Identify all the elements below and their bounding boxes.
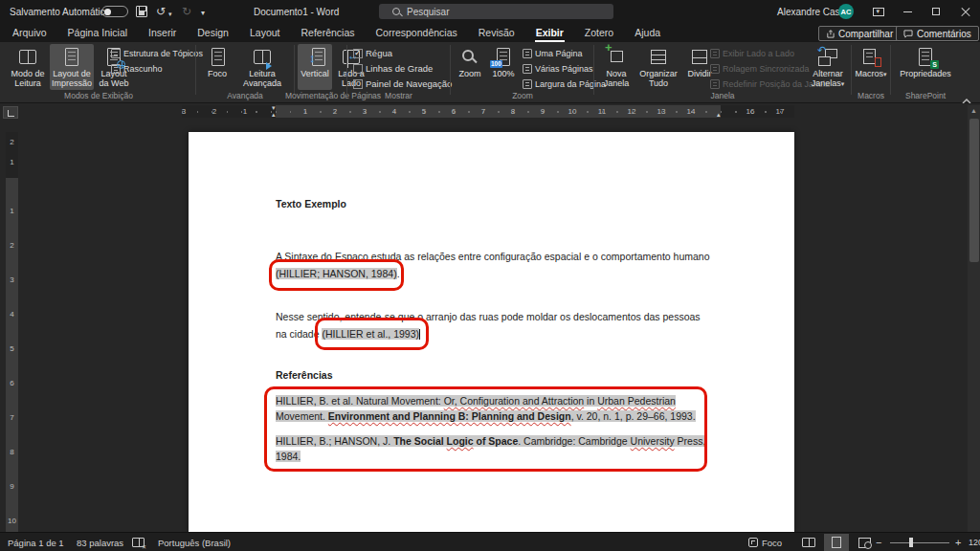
tab-inserir[interactable]: Inserir: [147, 24, 177, 41]
restore-button[interactable]: [922, 0, 950, 23]
page-indicator[interactable]: Página 1 de 1: [8, 533, 64, 551]
tab-arquivo[interactable]: Arquivo: [11, 24, 48, 41]
zoom-out-button[interactable]: −: [876, 533, 881, 551]
switch-windows-icon: [818, 47, 837, 68]
ruler-number: 1: [10, 158, 13, 166]
redo-icon: ↻: [182, 6, 191, 17]
doc-heading: Texto Exemplo: [276, 197, 346, 210]
vertical-scrollbar[interactable]: ▲: [968, 105, 980, 532]
quick-access-menu-icon[interactable]: ▾: [201, 8, 205, 19]
regua-checkbox[interactable]: Régua: [353, 48, 452, 58]
ruler-number: 13: [657, 107, 666, 116]
estrutura-de-topicos-button[interactable]: Estrutura de Tópicos: [111, 48, 203, 58]
ribbon-tabs: Arquivo Página Inicial Inserir Design La…: [0, 23, 980, 42]
zoom-slider-thumb[interactable]: [909, 538, 913, 547]
macros-button[interactable]: Macros: [855, 44, 887, 90]
ruler-number: 7: [481, 107, 485, 116]
zoom-100-button[interactable]: 100%: [488, 44, 519, 90]
scrollbar-thumb[interactable]: [969, 119, 979, 262]
tab-revisao[interactable]: Revisão: [478, 24, 516, 41]
zoom-in-button[interactable]: +: [955, 533, 961, 551]
organizar-tudo-button[interactable]: Organizar Tudo: [635, 44, 681, 90]
multiple-pages-icon: [523, 64, 532, 74]
indent-marker-bottom[interactable]: ▴: [272, 112, 276, 118]
paragraph-2-line-2: na cidade (HILLIER et al., 1993): [276, 327, 420, 341]
focus-mode-button[interactable]: Foco: [748, 533, 782, 551]
tab-ajuda[interactable]: Ajuda: [634, 24, 661, 41]
tab-zotero[interactable]: Zotero: [584, 24, 614, 41]
vertical-button[interactable]: Vertical: [298, 44, 332, 90]
reference-1-line-1: HILLIER, B. et al. Natural Movement: Or,…: [276, 394, 676, 408]
undo-icon[interactable]: ↺: [156, 6, 166, 17]
foco-button[interactable]: Foco: [201, 44, 234, 90]
reference-2-line-1: HILLIER, B.; HANSON, J. The Social Logic…: [276, 434, 705, 448]
tab-stop-selector[interactable]: [3, 106, 18, 119]
tab-pagina-inicial[interactable]: Página Inicial: [67, 24, 128, 41]
tab-design[interactable]: Design: [196, 24, 230, 41]
leitura-avancada-button[interactable]: Leitura Avançada: [237, 44, 287, 90]
print-layout-icon: [62, 47, 81, 68]
right-margin-marker[interactable]: ▴: [717, 112, 721, 118]
properties-icon: [916, 47, 935, 68]
group-label: Macros: [858, 91, 884, 100]
horizontal-ruler[interactable]: ▾ ▴ ▴ 32112345678910111213141617: [182, 105, 794, 118]
ruler-number: 5: [422, 107, 426, 116]
group-label: Zoom: [512, 91, 533, 100]
scroll-up-icon[interactable]: ▲: [968, 105, 980, 117]
proofing-status-icon[interactable]: [132, 533, 145, 551]
page-width-icon: [523, 79, 532, 89]
zoom-slider-track[interactable]: [890, 542, 949, 543]
web-layout-view-button[interactable]: [852, 534, 877, 551]
one-page-icon: [523, 49, 532, 58]
group-mostrar: Régua Linhas de Grade Painel de Navegaçã…: [349, 42, 448, 102]
zoom-level[interactable]: 120%: [969, 533, 980, 551]
minimize-button[interactable]: [893, 0, 922, 23]
autosave-toggle[interactable]: [101, 6, 128, 17]
language-indicator[interactable]: Português (Brasil): [158, 533, 231, 551]
comments-button[interactable]: Comentários: [896, 26, 979, 41]
vertical-scrolling-icon: [305, 47, 324, 68]
search-input[interactable]: Pesquisar: [379, 4, 613, 19]
text-cursor: [419, 329, 420, 340]
paragraph-1-line-2: (HILLIER; HANSON, 1984).: [276, 267, 400, 280]
tab-layout[interactable]: Layout: [249, 24, 281, 41]
vertical-ruler[interactable]: 2112345678910: [6, 132, 18, 532]
split-icon: [690, 47, 709, 68]
outline-view-icon: [111, 49, 121, 58]
group-label: Janela: [710, 91, 734, 100]
synchronous-scrolling-icon: [710, 64, 720, 74]
close-button[interactable]: [951, 0, 980, 23]
document-title: Documento1 - Word: [254, 7, 339, 17]
ruler-number: 10: [8, 517, 16, 525]
undo-dropdown-icon[interactable]: ▾: [168, 9, 172, 20]
tab-exibir[interactable]: Exibir: [535, 24, 565, 41]
document-page[interactable]: Texto Exemplo A Sintaxe do Espaço estuda…: [189, 132, 794, 532]
ruler-number: 3: [363, 107, 367, 116]
read-mode-view-button[interactable]: [796, 534, 821, 551]
save-icon[interactable]: [136, 6, 147, 17]
ruler-number: 10: [568, 107, 577, 116]
ruler-number: 2: [333, 107, 337, 116]
ribbon-display-options-button[interactable]: [864, 0, 893, 23]
share-button[interactable]: Compartilhar: [818, 26, 901, 41]
rascunho-button[interactable]: Rascunho: [111, 63, 203, 74]
tab-correspondencias[interactable]: Correspondências: [375, 24, 458, 41]
collapse-ribbon-button[interactable]: [961, 92, 976, 101]
ruler-number: 1: [303, 107, 307, 116]
nova-janela-button[interactable]: Nova Janela: [599, 44, 634, 90]
immersive-reader-icon: [253, 47, 272, 68]
alternar-janelas-button[interactable]: Alternar Janelas: [808, 44, 848, 90]
word-count[interactable]: 83 palavras: [77, 533, 123, 551]
painel-de-navegacao-checkbox[interactable]: Painel de Navegação: [353, 78, 452, 89]
avatar[interactable]: AC: [838, 4, 854, 19]
layout-de-impressao-button[interactable]: Layout de Impressão: [50, 44, 94, 90]
ruler-number: 1: [243, 107, 247, 116]
zoom-button[interactable]: Zoom: [456, 44, 484, 90]
print-layout-view-button-selected[interactable]: [824, 534, 849, 551]
citation-field-2: (HILLIER et al., 1993): [322, 328, 419, 340]
modo-de-leitura-button[interactable]: Modo de Leitura: [8, 44, 48, 90]
tab-referencias[interactable]: Referências: [300, 24, 355, 41]
linhas-de-grade-checkbox[interactable]: Linhas de Grade: [353, 63, 452, 74]
ruler-number: 9: [10, 482, 13, 491]
propriedades-button[interactable]: Propriedades: [897, 44, 954, 90]
